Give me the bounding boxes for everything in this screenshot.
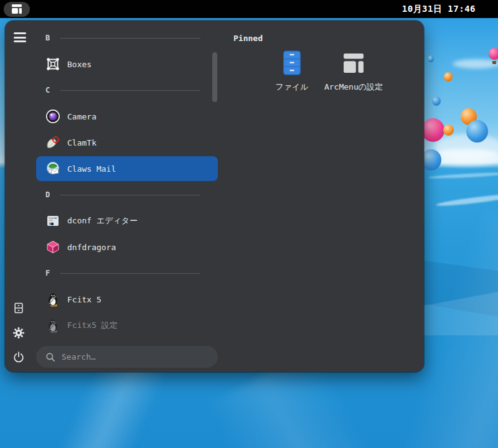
top-bar: 10月31日 17:46 (0, 0, 498, 18)
file-cabinet-button[interactable] (12, 302, 26, 315)
search-bar[interactable] (36, 346, 218, 368)
dnfdragora-icon (45, 240, 60, 254)
dconf-editor-icon (45, 213, 60, 228)
balloon-blue-big (466, 120, 488, 142)
pinned-item-label: ArcMenuの設定 (324, 82, 383, 93)
file-cabinet-icon (12, 302, 25, 314)
app-label: dnfdragora (67, 243, 116, 252)
pinned-item-files[interactable]: ファイル (262, 49, 322, 93)
app-label: Camera (67, 112, 96, 121)
app-item-fcitx5[interactable]: Fcitx 5 (36, 287, 218, 312)
section-divider (60, 195, 200, 195)
hot-air-balloon (489, 48, 498, 60)
camera-icon (45, 109, 60, 124)
section-header-c: C (36, 78, 218, 103)
clock[interactable]: 10月31日 17:46 (402, 0, 476, 18)
app-label: Claws Mail (67, 164, 116, 174)
arcmenu-settings-icon (324, 49, 383, 77)
app-label: ClamTk (67, 138, 96, 147)
fcitx5-config-icon (45, 318, 60, 333)
section-header-d: D (36, 182, 218, 207)
pinned-item-arcmenu-settings[interactable]: ArcMenuの設定 (324, 49, 383, 93)
menu-hamburger-button[interactable] (14, 32, 26, 42)
claws-mail-icon (45, 161, 60, 176)
balloon-blue-small (428, 55, 434, 62)
search-input[interactable] (62, 352, 210, 362)
app-label: Boxes (67, 60, 92, 69)
clamtk-icon (45, 135, 60, 150)
arcmenu-popup: B Boxes C (5, 21, 424, 372)
app-label: dconf エディター (67, 215, 138, 226)
power-button[interactable] (12, 351, 26, 365)
hot-air-balloon-basket (492, 61, 496, 64)
app-label: Fcitx5 設定 (67, 320, 118, 331)
cloud (453, 59, 498, 68)
arcmenu-panel-button[interactable] (4, 2, 30, 17)
app-item-claws-mail[interactable]: Claws Mail (36, 156, 218, 181)
balloon-orange-mid (443, 124, 454, 136)
files-icon (262, 49, 322, 77)
section-divider (60, 38, 200, 39)
fcitx5-icon (45, 292, 60, 307)
search-icon (45, 352, 55, 362)
road-curve-far (428, 172, 498, 180)
pinned-header: Pinned (233, 34, 263, 43)
section-divider (60, 273, 200, 274)
gear-icon (12, 327, 25, 339)
section-divider (60, 90, 200, 91)
app-item-boxes[interactable]: Boxes (36, 52, 218, 77)
app-label: Fcitx 5 (67, 295, 101, 304)
balloon-pink-big (421, 118, 444, 142)
pinned-item-label: ファイル (262, 82, 322, 93)
balloon-orange-small (444, 72, 453, 82)
balloon-blue-mid (432, 96, 441, 106)
app-item-clamtk[interactable]: ClamTk (36, 130, 218, 155)
app-item-fcitx5-config[interactable]: Fcitx5 設定 (36, 313, 218, 338)
boxes-icon (45, 57, 60, 72)
road-curve-mid (436, 192, 498, 208)
section-header-f: F (36, 261, 218, 286)
desktop: 10月31日 17:46 B (0, 0, 498, 448)
arcmenu-icon (11, 4, 23, 14)
app-item-dnfdragora[interactable]: dnfdragora (36, 235, 218, 259)
settings-button[interactable] (12, 327, 26, 340)
power-icon (12, 351, 25, 363)
section-header-b: B (36, 26, 218, 50)
app-item-dconf-editor[interactable]: dconf エディター (36, 208, 218, 233)
app-item-camera[interactable]: Camera (36, 104, 218, 129)
app-list-scrollbar[interactable] (212, 52, 217, 102)
